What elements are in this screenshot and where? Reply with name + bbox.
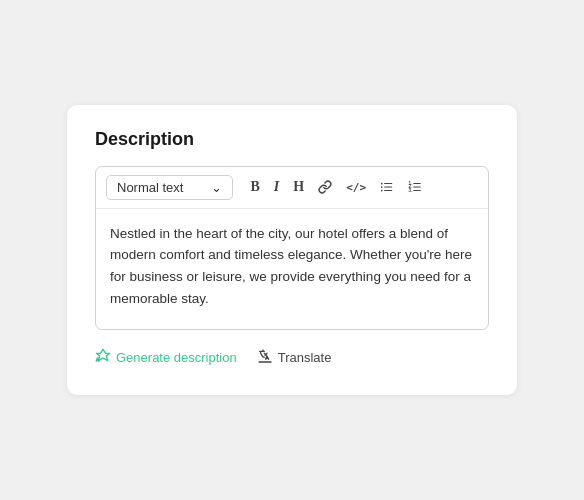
description-card: Description Normal text ⌄ B I H </> [67, 105, 517, 395]
translate-icon [257, 348, 273, 367]
svg-rect-7 [413, 183, 421, 184]
italic-button[interactable]: I [269, 177, 284, 197]
editor-box: Normal text ⌄ B I H </> [95, 166, 489, 330]
svg-point-2 [381, 186, 383, 188]
generate-icon: A [95, 348, 111, 367]
svg-rect-11 [413, 190, 421, 191]
svg-point-0 [381, 183, 383, 185]
svg-rect-1 [384, 183, 392, 184]
code-button[interactable]: </> [341, 179, 371, 196]
svg-text:A: A [96, 358, 99, 363]
generate-description-button[interactable]: A Generate description [95, 348, 237, 367]
footer-actions: A Generate description Translate [95, 348, 489, 367]
translate-button[interactable]: Translate [257, 348, 332, 367]
svg-rect-5 [384, 190, 392, 191]
ordered-list-button[interactable]: 1. 2. 3. [403, 177, 427, 197]
toolbar: Normal text ⌄ B I H </> [96, 167, 488, 209]
translate-label: Translate [278, 350, 332, 365]
unordered-list-button[interactable] [375, 177, 399, 197]
format-select-dropdown[interactable]: Normal text ⌄ [106, 175, 233, 200]
heading-button[interactable]: H [288, 177, 309, 197]
link-button[interactable] [313, 177, 337, 197]
svg-rect-9 [413, 187, 421, 188]
svg-point-4 [381, 190, 383, 192]
bold-button[interactable]: B [245, 177, 264, 197]
svg-text:3.: 3. [409, 188, 413, 193]
svg-rect-3 [384, 187, 392, 188]
editor-content[interactable]: Nestled in the heart of the city, our ho… [96, 209, 488, 329]
generate-label: Generate description [116, 350, 237, 365]
card-title: Description [95, 129, 489, 150]
chevron-down-icon: ⌄ [211, 180, 222, 195]
format-select-label: Normal text [117, 180, 183, 195]
